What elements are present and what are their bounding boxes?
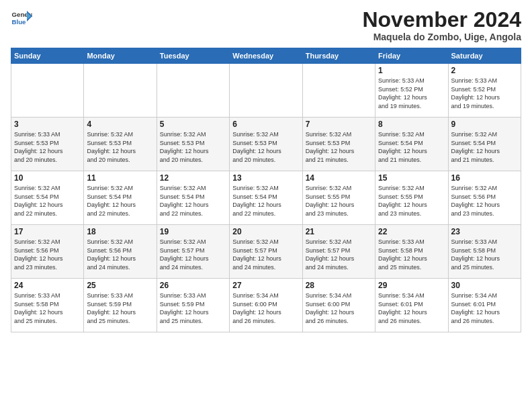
cell-3-0: 17Sunrise: 5:32 AM Sunset: 5:56 PM Dayli… xyxy=(11,225,84,279)
day-number: 5 xyxy=(160,120,226,129)
page: General Blue November 2024 Maquela do Zo… xyxy=(0,0,532,340)
cell-1-4: 7Sunrise: 5:32 AM Sunset: 5:53 PM Daylig… xyxy=(302,118,375,171)
cell-4-5: 29Sunrise: 5:34 AM Sunset: 6:01 PM Dayli… xyxy=(375,279,448,332)
day-number: 10 xyxy=(14,173,81,183)
day-info: Sunrise: 5:33 AM Sunset: 5:58 PM Dayligh… xyxy=(14,291,81,325)
day-number: 13 xyxy=(232,173,299,183)
header-row: Sunday Monday Tuesday Wednesday Thursday… xyxy=(11,48,521,64)
day-info: Sunrise: 5:32 AM Sunset: 5:55 PM Dayligh… xyxy=(378,184,445,218)
title-block: November 2024 Maquela do Zombo, Uige, An… xyxy=(362,8,521,42)
day-info: Sunrise: 5:33 AM Sunset: 5:53 PM Dayligh… xyxy=(14,130,81,164)
day-info: Sunrise: 5:33 AM Sunset: 5:58 PM Dayligh… xyxy=(451,238,518,271)
cell-1-3: 6Sunrise: 5:32 AM Sunset: 5:53 PM Daylig… xyxy=(230,118,302,171)
calendar-table: Sunday Monday Tuesday Wednesday Thursday… xyxy=(11,48,521,332)
week-row-5: 24Sunrise: 5:33 AM Sunset: 5:58 PM Dayli… xyxy=(11,279,521,332)
day-info: Sunrise: 5:33 AM Sunset: 5:59 PM Dayligh… xyxy=(87,291,153,325)
col-sunday: Sunday xyxy=(11,48,84,64)
day-info: Sunrise: 5:32 AM Sunset: 5:53 PM Dayligh… xyxy=(160,130,226,164)
cell-2-4: 14Sunrise: 5:32 AM Sunset: 5:55 PM Dayli… xyxy=(302,171,375,225)
cell-2-0: 10Sunrise: 5:32 AM Sunset: 5:54 PM Dayli… xyxy=(11,171,84,225)
day-info: Sunrise: 5:32 AM Sunset: 5:56 PM Dayligh… xyxy=(451,184,518,218)
day-info: Sunrise: 5:32 AM Sunset: 5:54 PM Dayligh… xyxy=(378,130,445,164)
day-number: 29 xyxy=(378,281,445,290)
cell-4-6: 30Sunrise: 5:34 AM Sunset: 6:01 PM Dayli… xyxy=(448,279,521,332)
day-number: 3 xyxy=(14,120,81,129)
day-info: Sunrise: 5:32 AM Sunset: 5:56 PM Dayligh… xyxy=(14,238,81,271)
cell-0-4 xyxy=(302,64,375,118)
cell-0-0 xyxy=(11,64,84,118)
day-number: 21 xyxy=(306,227,372,236)
week-row-4: 17Sunrise: 5:32 AM Sunset: 5:56 PM Dayli… xyxy=(11,225,521,279)
day-info: Sunrise: 5:32 AM Sunset: 5:57 PM Dayligh… xyxy=(232,238,299,271)
cell-0-6: 2Sunrise: 5:33 AM Sunset: 5:52 PM Daylig… xyxy=(448,64,521,118)
day-number: 18 xyxy=(87,227,153,236)
logo-icon: General Blue xyxy=(11,8,32,30)
day-number: 15 xyxy=(378,173,445,183)
col-monday: Monday xyxy=(84,48,157,64)
cell-1-0: 3Sunrise: 5:33 AM Sunset: 5:53 PM Daylig… xyxy=(11,118,84,171)
cell-3-6: 23Sunrise: 5:33 AM Sunset: 5:58 PM Dayli… xyxy=(448,225,521,279)
day-number: 8 xyxy=(378,120,445,129)
day-number: 6 xyxy=(232,120,299,129)
location-title: Maquela do Zombo, Uige, Angola xyxy=(362,32,521,42)
day-info: Sunrise: 5:34 AM Sunset: 6:01 PM Dayligh… xyxy=(378,291,445,325)
week-row-1: 1Sunrise: 5:33 AM Sunset: 5:52 PM Daylig… xyxy=(11,64,521,118)
cell-3-4: 21Sunrise: 5:32 AM Sunset: 5:57 PM Dayli… xyxy=(302,225,375,279)
cell-1-2: 5Sunrise: 5:32 AM Sunset: 5:53 PM Daylig… xyxy=(157,118,229,171)
day-number: 26 xyxy=(160,281,226,290)
day-info: Sunrise: 5:32 AM Sunset: 5:54 PM Dayligh… xyxy=(451,130,518,164)
day-info: Sunrise: 5:32 AM Sunset: 5:53 PM Dayligh… xyxy=(306,130,372,164)
day-info: Sunrise: 5:32 AM Sunset: 5:55 PM Dayligh… xyxy=(306,184,372,218)
cell-3-1: 18Sunrise: 5:32 AM Sunset: 5:56 PM Dayli… xyxy=(84,225,157,279)
day-info: Sunrise: 5:32 AM Sunset: 5:53 PM Dayligh… xyxy=(87,130,153,164)
cell-2-2: 12Sunrise: 5:32 AM Sunset: 5:54 PM Dayli… xyxy=(157,171,229,225)
day-info: Sunrise: 5:32 AM Sunset: 5:56 PM Dayligh… xyxy=(87,238,153,271)
day-info: Sunrise: 5:34 AM Sunset: 6:00 PM Dayligh… xyxy=(306,291,372,325)
header: General Blue November 2024 Maquela do Zo… xyxy=(11,8,521,42)
day-number: 27 xyxy=(232,281,299,290)
cell-3-5: 22Sunrise: 5:33 AM Sunset: 5:58 PM Dayli… xyxy=(375,225,448,279)
week-row-2: 3Sunrise: 5:33 AM Sunset: 5:53 PM Daylig… xyxy=(11,118,521,171)
svg-text:Blue: Blue xyxy=(12,18,26,26)
col-friday: Friday xyxy=(375,48,448,64)
cell-0-1 xyxy=(84,64,157,118)
day-number: 14 xyxy=(306,173,372,183)
col-saturday: Saturday xyxy=(448,48,521,64)
day-number: 19 xyxy=(160,227,226,236)
cell-0-3 xyxy=(230,64,302,118)
cell-4-4: 28Sunrise: 5:34 AM Sunset: 6:00 PM Dayli… xyxy=(302,279,375,332)
day-number: 22 xyxy=(378,227,445,236)
cell-4-0: 24Sunrise: 5:33 AM Sunset: 5:58 PM Dayli… xyxy=(11,279,84,332)
cell-2-6: 16Sunrise: 5:32 AM Sunset: 5:56 PM Dayli… xyxy=(448,171,521,225)
cell-1-1: 4Sunrise: 5:32 AM Sunset: 5:53 PM Daylig… xyxy=(84,118,157,171)
day-number: 4 xyxy=(87,120,153,129)
day-number: 9 xyxy=(451,120,518,129)
cell-4-2: 26Sunrise: 5:33 AM Sunset: 5:59 PM Dayli… xyxy=(157,279,229,332)
cell-2-1: 11Sunrise: 5:32 AM Sunset: 5:54 PM Dayli… xyxy=(84,171,157,225)
month-title: November 2024 xyxy=(362,8,521,32)
cell-3-3: 20Sunrise: 5:32 AM Sunset: 5:57 PM Dayli… xyxy=(230,225,302,279)
day-number: 1 xyxy=(378,66,445,75)
day-info: Sunrise: 5:34 AM Sunset: 6:00 PM Dayligh… xyxy=(232,291,299,325)
col-thursday: Thursday xyxy=(302,48,375,64)
day-info: Sunrise: 5:32 AM Sunset: 5:54 PM Dayligh… xyxy=(160,184,226,218)
day-info: Sunrise: 5:33 AM Sunset: 5:59 PM Dayligh… xyxy=(160,291,226,325)
day-number: 28 xyxy=(306,281,372,290)
day-info: Sunrise: 5:33 AM Sunset: 5:58 PM Dayligh… xyxy=(378,238,445,271)
day-info: Sunrise: 5:33 AM Sunset: 5:52 PM Dayligh… xyxy=(451,77,518,110)
day-info: Sunrise: 5:34 AM Sunset: 6:01 PM Dayligh… xyxy=(451,291,518,325)
day-info: Sunrise: 5:32 AM Sunset: 5:54 PM Dayligh… xyxy=(87,184,153,218)
day-info: Sunrise: 5:33 AM Sunset: 5:52 PM Dayligh… xyxy=(378,77,445,110)
day-number: 7 xyxy=(306,120,372,129)
cell-3-2: 19Sunrise: 5:32 AM Sunset: 5:57 PM Dayli… xyxy=(157,225,229,279)
cell-1-5: 8Sunrise: 5:32 AM Sunset: 5:54 PM Daylig… xyxy=(375,118,448,171)
col-wednesday: Wednesday xyxy=(230,48,302,64)
cell-0-5: 1Sunrise: 5:33 AM Sunset: 5:52 PM Daylig… xyxy=(375,64,448,118)
week-row-3: 10Sunrise: 5:32 AM Sunset: 5:54 PM Dayli… xyxy=(11,171,521,225)
cell-4-1: 25Sunrise: 5:33 AM Sunset: 5:59 PM Dayli… xyxy=(84,279,157,332)
col-tuesday: Tuesday xyxy=(157,48,229,64)
logo: General Blue xyxy=(11,8,32,30)
day-number: 2 xyxy=(451,66,518,75)
day-number: 12 xyxy=(160,173,226,183)
day-number: 11 xyxy=(87,173,153,183)
